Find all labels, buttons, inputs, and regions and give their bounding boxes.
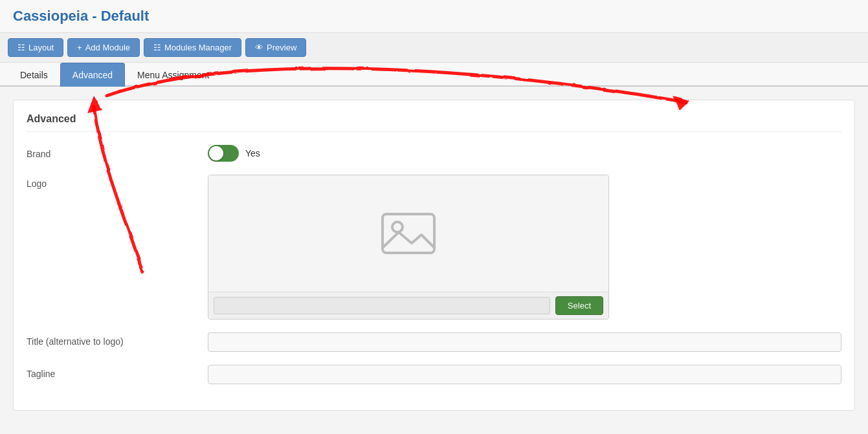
- svg-rect-0: [383, 214, 434, 253]
- modules-manager-button[interactable]: ☷ Modules Manager: [144, 38, 241, 57]
- brand-toggle-wrap: Yes: [208, 145, 841, 162]
- form-panel: Advanced Brand Yes Logo: [13, 100, 855, 411]
- preview-button-label: Preview: [267, 43, 296, 52]
- page-title: Cassiopeia - Default: [13, 8, 149, 24]
- preview-button[interactable]: 👁 Preview: [245, 38, 306, 57]
- eye-icon: 👁: [255, 43, 263, 52]
- select-button[interactable]: Select: [555, 296, 603, 315]
- tagline-control: [208, 365, 841, 384]
- add-module-button[interactable]: + Add Module: [67, 38, 140, 57]
- tabs-bar: Details Advanced Menu Assignment: [0, 63, 868, 87]
- layout-button[interactable]: ☷ Layout: [8, 38, 63, 57]
- title-input[interactable]: [208, 332, 841, 352]
- title-field-row: Title (alternative to logo): [27, 332, 841, 352]
- logo-field-row: Logo Select: [27, 175, 841, 320]
- plus-icon: +: [77, 43, 82, 52]
- logo-container: Select: [208, 175, 609, 320]
- logo-control: Select: [208, 175, 841, 320]
- add-module-button-label: Add Module: [85, 43, 130, 52]
- tab-advanced[interactable]: Advanced: [60, 63, 125, 87]
- title-control: [208, 332, 841, 352]
- layout-button-label: Layout: [28, 43, 54, 52]
- toolbar: ☷ Layout + Add Module ☷ Modules Manager …: [0, 33, 868, 63]
- title-label: Title (alternative to logo): [27, 332, 208, 347]
- logo-label: Logo: [27, 175, 208, 189]
- brand-toggle[interactable]: [208, 145, 239, 162]
- logo-preview: [208, 175, 608, 292]
- brand-field-row: Brand Yes: [27, 145, 841, 162]
- tagline-field-row: Tagline: [27, 365, 841, 384]
- grid-icon: ☷: [153, 43, 161, 52]
- header-bar: Cassiopeia - Default: [0, 0, 868, 33]
- tagline-label: Tagline: [27, 365, 208, 379]
- tab-details[interactable]: Details: [8, 63, 60, 87]
- modules-manager-button-label: Modules Manager: [164, 43, 232, 52]
- layout-icon: ☷: [17, 43, 25, 52]
- svg-point-1: [392, 222, 403, 232]
- brand-control: Yes: [208, 145, 841, 162]
- brand-label: Brand: [27, 145, 208, 159]
- logo-file-input[interactable]: [214, 297, 550, 314]
- brand-toggle-label: Yes: [245, 148, 260, 158]
- toggle-thumb: [209, 146, 223, 160]
- tagline-input[interactable]: [208, 365, 841, 384]
- tab-menu-assignment[interactable]: Menu Assignment: [125, 63, 221, 87]
- logo-select-bar: Select: [208, 292, 608, 319]
- panel-title: Advanced: [27, 113, 841, 132]
- image-placeholder-icon: [379, 208, 438, 259]
- content-area: Advanced Brand Yes Logo: [0, 87, 868, 424]
